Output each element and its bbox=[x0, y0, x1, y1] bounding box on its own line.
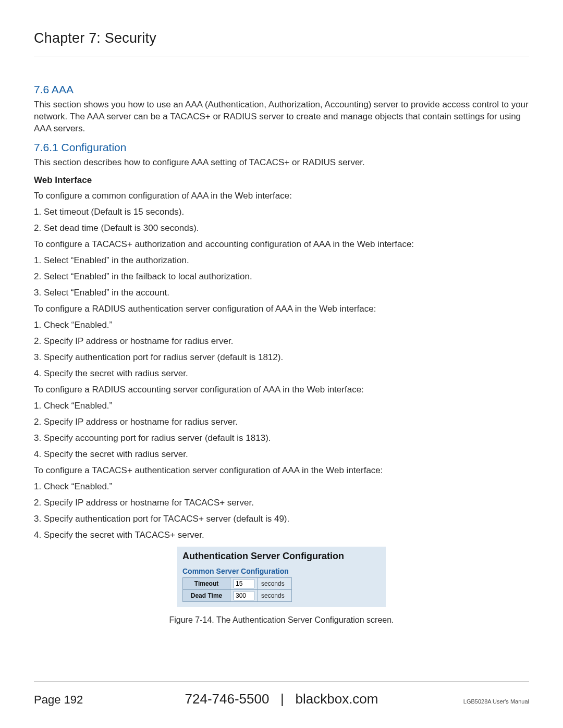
table-row: Dead Time seconds bbox=[183, 589, 292, 601]
instruction-text: To configure a TACACS+ authentication se… bbox=[34, 465, 529, 476]
figure-title: Authentication Server Configuration bbox=[182, 551, 381, 562]
figure-subtitle: Common Server Configuration bbox=[182, 567, 381, 575]
step-text: 3. Specify accounting port for radius se… bbox=[34, 433, 529, 443]
page-number: Page 192 bbox=[34, 693, 128, 707]
chapter-title: Chapter 7: Security bbox=[34, 30, 529, 46]
row-label: Timeout bbox=[183, 577, 230, 589]
step-text: 2. Specify IP address or hostname for ra… bbox=[34, 336, 529, 347]
deadtime-input[interactable] bbox=[234, 591, 254, 600]
page-footer: Page 192 724-746-5500 | blackbox.com LGB… bbox=[34, 681, 529, 707]
step-text: 3. Specify authentication port for TACAC… bbox=[34, 514, 529, 524]
row-unit: seconds bbox=[258, 589, 292, 601]
step-text: 1. Check “Enabled.” bbox=[34, 482, 529, 492]
subheading-web-interface: Web Interface bbox=[34, 175, 529, 186]
instruction-text: To configure a TACACS+ authorization and… bbox=[34, 239, 529, 250]
step-text: 4. Specify the secret with radius server… bbox=[34, 449, 529, 460]
step-text: 1. Set timeout (Default is 15 seconds). bbox=[34, 207, 529, 217]
footer-separator: | bbox=[280, 691, 284, 707]
step-text: 4. Specify the secret with radius server… bbox=[34, 368, 529, 379]
footer-divider bbox=[34, 681, 529, 682]
step-text: 2. Set dead time (Default is 300 seconds… bbox=[34, 223, 529, 233]
step-text: 2. Specify IP address or hostname for ra… bbox=[34, 417, 529, 427]
row-unit: seconds bbox=[258, 577, 292, 589]
step-text: 4. Specify the secret with TACACS+ serve… bbox=[34, 530, 529, 540]
instruction-text: To configure a RADIUS authentication ser… bbox=[34, 304, 529, 314]
section-heading-aaa: 7.6 AAA bbox=[34, 83, 529, 96]
timeout-input[interactable] bbox=[234, 579, 254, 588]
config-table: Timeout seconds Dead Time seconds bbox=[182, 577, 292, 602]
section-intro-config: This section describes how to configure … bbox=[34, 157, 529, 169]
page-content: 7.6 AAA This section shows you how to us… bbox=[34, 56, 529, 625]
step-text: 2. Specify IP address or hostname for TA… bbox=[34, 498, 529, 508]
table-row: Timeout seconds bbox=[183, 577, 292, 589]
section-heading-config: 7.6.1 Configuration bbox=[34, 141, 529, 154]
step-text: 1. Check “Enabled.” bbox=[34, 320, 529, 330]
row-label: Dead Time bbox=[183, 589, 230, 601]
instruction-text: To configure a common configuration of A… bbox=[34, 191, 529, 201]
footer-phone: 724-746-5500 bbox=[185, 691, 270, 707]
instruction-text: To configure a RADIUS accounting server … bbox=[34, 385, 529, 395]
step-text: 2. Select “Enabled” in the failback to l… bbox=[34, 272, 529, 282]
figure-box: Authentication Server Configuration Comm… bbox=[177, 547, 386, 607]
step-text: 1. Check “Enabled.” bbox=[34, 401, 529, 411]
section-intro-aaa: This section shows you how to use an AAA… bbox=[34, 99, 529, 135]
footer-contact: 724-746-5500 | blackbox.com bbox=[128, 691, 435, 707]
figure-caption: Figure 7-14. The Authentication Server C… bbox=[34, 615, 529, 625]
step-text: 1. Select “Enabled” in the authorization… bbox=[34, 255, 529, 266]
step-text: 3. Specify authentication port for radiu… bbox=[34, 352, 529, 363]
manual-id: LGB5028A User's Manual bbox=[435, 698, 529, 705]
footer-site: blackbox.com bbox=[296, 691, 378, 707]
step-text: 3. Select “Enabled” in the account. bbox=[34, 288, 529, 298]
